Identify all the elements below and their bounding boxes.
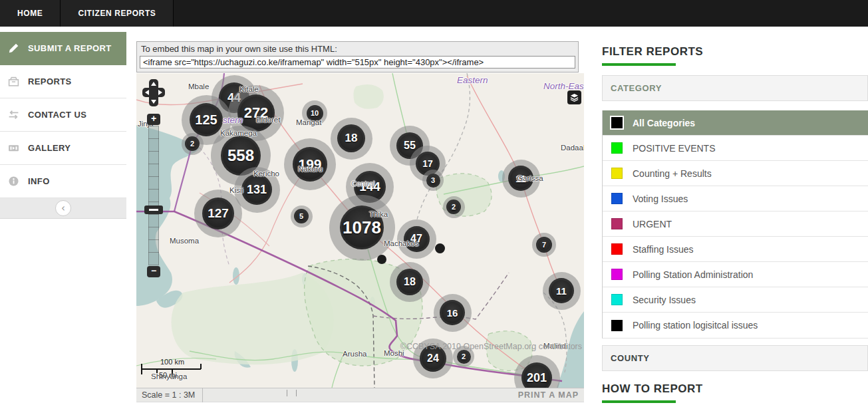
map-region-label: stern: [223, 115, 243, 125]
map-place-label: Dadaab: [561, 144, 584, 152]
cluster-core: 127: [202, 198, 234, 229]
category-section-header[interactable]: CATEGORY: [602, 75, 868, 101]
cluster-count: 2: [462, 352, 466, 360]
cluster-count: 10: [311, 109, 319, 117]
embed-code-input[interactable]: [140, 56, 575, 69]
sidebar-item-reports[interactable]: REPORTS: [0, 65, 126, 98]
map-cluster-marker[interactable]: 2: [443, 196, 465, 218]
category-row-polling-station-administration[interactable]: Polling Station Administration: [603, 262, 868, 287]
sidebar: SUBMIT A REPORTREPORTSCONTACT USGALLERYI…: [0, 32, 126, 219]
map-place-label: Marigat: [296, 118, 321, 126]
cluster-count: 24: [427, 352, 439, 364]
map-cluster-marker[interactable]: 2: [182, 133, 204, 155]
map-cluster-marker[interactable]: 11: [543, 272, 581, 310]
cluster-core: 199: [293, 147, 327, 182]
map-place-label: Machakos: [384, 239, 418, 247]
nav-item-home[interactable]: HOME: [0, 0, 61, 27]
cluster-count: 18: [404, 276, 416, 288]
cluster-core: 3: [426, 174, 440, 188]
nav-item-citizen-reports[interactable]: CITIZEN REPORTS: [61, 0, 174, 27]
cluster-count: 5: [299, 212, 303, 220]
category-list: All CategoriesPOSITIVE EVENTSCounting + …: [602, 110, 868, 339]
category-color-swatch: [611, 269, 623, 280]
category-row-voting-issues[interactable]: Voting Issues: [603, 186, 868, 211]
sidebar-item-label: INFO: [28, 176, 50, 186]
cluster-count: 2: [452, 203, 456, 211]
sidebar-item-gallery[interactable]: GALLERY: [0, 132, 126, 165]
filter-title-underline: [602, 63, 676, 66]
sidebar-item-label: GALLERY: [28, 143, 71, 153]
sidebar-item-label: SUBMIT A REPORT: [28, 43, 112, 53]
sidebar-item-label: REPORTS: [28, 76, 72, 86]
gallery-icon: [8, 142, 19, 154]
cluster-count: 11: [556, 285, 567, 297]
map-cluster-marker[interactable]: 3: [422, 170, 444, 191]
map-place-label: Musoma: [170, 237, 199, 245]
map-pan-control[interactable]: [142, 79, 165, 109]
footer-tick-marks: [287, 390, 297, 396]
sidebar-item-contact-us[interactable]: CONTACT US: [0, 98, 126, 132]
map-place-label: Mbale: [188, 82, 209, 90]
category-row-staffing-issues[interactable]: Staffing Issues: [603, 237, 868, 262]
map-report-dot[interactable]: [377, 255, 386, 264]
sidebar-item-label: CONTACT US: [28, 110, 86, 120]
cluster-core: 11: [549, 278, 574, 303]
category-row-counting-results[interactable]: Counting + Results: [603, 161, 868, 186]
category-color-swatch: [611, 320, 623, 331]
map-attribution: ©CCBYSA 2010 OpenStreetMap.org contribut…: [400, 342, 582, 351]
contact-arrows-icon: [8, 109, 19, 120]
category-row-all-categories[interactable]: All Categories: [603, 110, 868, 136]
category-color-swatch: [611, 294, 623, 305]
map-cluster-marker[interactable]: 1078: [329, 195, 395, 261]
cluster-core: 7: [536, 237, 552, 253]
category-label: Polling Station Administration: [633, 269, 753, 280]
cluster-core: 201: [521, 362, 552, 388]
category-row-security-issues[interactable]: Security Issues: [603, 287, 868, 313]
zoom-out-button[interactable]: −: [147, 266, 160, 277]
map-place-label: Eldoret: [256, 116, 280, 124]
sidebar-item-submit-a-report[interactable]: SUBMIT A REPORT: [0, 32, 126, 65]
category-label: POSITIVE EVENTS: [633, 143, 715, 154]
cluster-core: 18: [337, 124, 365, 152]
map-cluster-marker[interactable]: 127: [194, 190, 242, 237]
category-row-urgent[interactable]: URGENT: [603, 211, 868, 237]
map-cluster-marker[interactable]: 5: [291, 206, 313, 227]
zoom-slider-track[interactable]: [148, 126, 159, 265]
map-place-label: Kakamega: [220, 129, 257, 137]
cluster-count: 131: [247, 183, 267, 197]
print-a-map-button[interactable]: PRINT A MAP: [518, 390, 584, 400]
map-cluster-marker[interactable]: 18: [331, 118, 372, 160]
map-cluster-marker[interactable]: 199: [284, 138, 336, 190]
map-scale-text: Scale = 1 : 3M: [136, 390, 202, 400]
cluster-count: 201: [527, 371, 547, 385]
county-section-header[interactable]: COUNTY: [602, 345, 868, 371]
map-place-label: Garissa: [517, 174, 543, 182]
sidebar-collapse-button[interactable]: ‹: [55, 200, 71, 216]
info-icon: [8, 176, 19, 187]
category-row-positive-events[interactable]: POSITIVE EVENTS: [603, 136, 868, 161]
category-color-swatch: [611, 218, 623, 229]
category-label: Counting + Results: [633, 168, 712, 179]
map-cluster-marker[interactable]: 18: [390, 262, 430, 302]
map-canvas[interactable]: MbaleKitaleEldoretKakamegaKerichoKisiiMu…: [136, 73, 584, 388]
filter-panel: FILTER REPORTS CATEGORY All CategoriesPO…: [602, 37, 868, 403]
category-row-polling-station-logisitcal-issues[interactable]: Polling station logisitcal issues: [603, 313, 868, 338]
map-place-label: Thika: [369, 210, 388, 218]
embed-map-box: To embed this map in your own site use t…: [136, 41, 579, 72]
cluster-core: 2: [185, 136, 200, 151]
map-cluster-marker[interactable]: 7: [532, 233, 556, 257]
sidebar-item-info[interactable]: INFO: [0, 165, 126, 198]
map-report-dot[interactable]: [435, 243, 445, 253]
report-icon: [8, 76, 19, 87]
zoom-slider-handle[interactable]: [144, 206, 163, 214]
category-label: URGENT: [633, 219, 672, 229]
map-cluster-marker[interactable]: 47: [397, 219, 436, 259]
layers-button[interactable]: [567, 90, 581, 104]
map-place-label: Kitale: [239, 85, 259, 93]
cluster-core: 16: [440, 300, 465, 325]
cluster-count: 558: [227, 146, 254, 165]
layers-icon: [569, 92, 579, 102]
zoom-in-button[interactable]: +: [147, 114, 160, 125]
cluster-core: 18: [396, 269, 423, 295]
map-cluster-marker[interactable]: 16: [434, 294, 472, 332]
